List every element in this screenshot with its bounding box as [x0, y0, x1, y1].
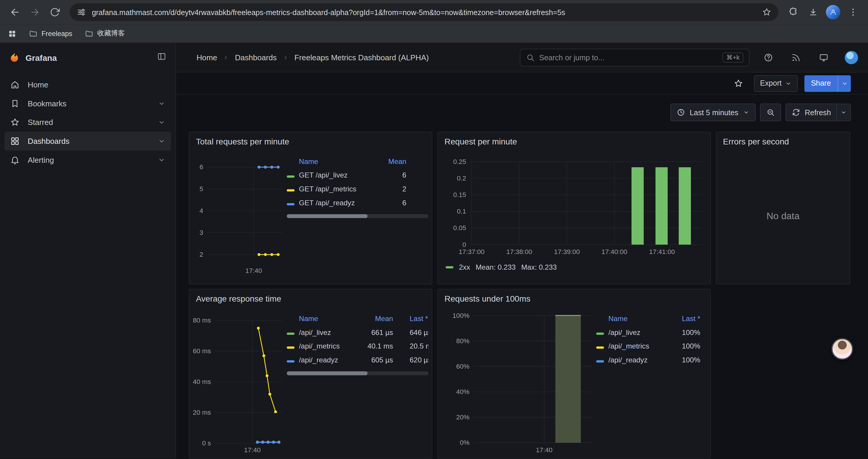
refresh-label: Refresh [805, 108, 831, 117]
rss-icon [791, 53, 801, 63]
average-response-chart[interactable]: 80 ms60 ms40 ms20 ms0 s17:40 [193, 306, 287, 459]
dashboard-actions: Export Share [176, 72, 868, 95]
panel-total-requests: Total requests per minute 6543217:40 Nam… [189, 132, 432, 285]
series-color-dash [596, 333, 604, 335]
legend-row[interactable]: GET /api/_readyz 6 [287, 196, 429, 210]
svg-text:0.15: 0.15 [453, 191, 466, 198]
sidebar-item-alerting[interactable]: Alerting [4, 151, 171, 169]
legend-row[interactable]: /api/_metrics 100% [596, 339, 705, 353]
svg-text:60%: 60% [456, 363, 469, 370]
legend-col-mean[interactable]: Mean [373, 157, 406, 165]
svg-text:0 s: 0 s [202, 439, 211, 447]
floating-assistant-avatar[interactable] [831, 338, 853, 360]
svg-text:0%: 0% [460, 439, 469, 446]
user-menu-button[interactable] [843, 49, 860, 66]
url-text: grafana.mathmast.com/d/deytv4rwavabkb/fr… [92, 8, 756, 16]
chevron-right-icon [282, 54, 289, 61]
help-button[interactable] [760, 49, 777, 66]
refresh-split-button: Refresh [785, 103, 851, 121]
svg-text:0.1: 0.1 [457, 208, 466, 215]
sidebar-item-home[interactable]: Home [4, 75, 171, 94]
series-name: 2xx [459, 263, 470, 271]
downloads-button[interactable] [804, 3, 823, 22]
svg-text:17:40: 17:40 [244, 446, 260, 454]
search-shortcut: ⌘+k [722, 53, 743, 63]
profile-button[interactable] [824, 3, 843, 22]
back-button[interactable] [6, 3, 25, 22]
address-bar[interactable]: grafana.mathmast.com/d/deytv4rwavabkb/fr… [70, 3, 778, 21]
legend-scrollbar[interactable] [287, 214, 429, 218]
news-button[interactable] [787, 49, 805, 66]
bookmark-star-icon[interactable] [762, 7, 772, 17]
zoom-out-button[interactable] [760, 103, 781, 121]
reload-button[interactable] [45, 3, 64, 22]
breadcrumb: Home Dashboards Freeleaps Metrics Dashbo… [196, 53, 429, 62]
legend-row[interactable]: GET /api/_livez 6 [287, 168, 429, 182]
svg-text:3: 3 [199, 229, 203, 236]
share-button[interactable]: Share [804, 75, 837, 92]
kebab-menu-icon [848, 7, 858, 17]
svg-text:80 ms: 80 ms [193, 317, 211, 324]
series-max: Max: 0.233 [521, 263, 557, 271]
scrollbar-thumb[interactable] [287, 214, 368, 218]
breadcrumb-current: Freeleaps Metrics Dashboard (ALPHA) [294, 53, 429, 62]
svg-text:20 ms: 20 ms [193, 409, 211, 416]
series-name: /api/_metrics [608, 342, 667, 350]
breadcrumb-home[interactable]: Home [196, 53, 217, 62]
legend-scrollbar[interactable] [287, 371, 429, 375]
browser-menu-button[interactable] [844, 3, 863, 22]
time-range-picker[interactable]: Last 5 minutes [670, 103, 755, 121]
legend-row[interactable]: GET /api/_metrics 2 [287, 182, 429, 196]
bookmark-blog-favorites[interactable]: 收藏博客 [85, 29, 125, 38]
grafana-header: Home Dashboards Freeleaps Metrics Dashbo… [176, 43, 868, 72]
screen: grafana.mathmast.com/d/deytv4rwavabkb/fr… [0, 0, 868, 459]
sidebar-item-bookmarks[interactable]: Bookmarks [4, 94, 171, 113]
time-range-label: Last 5 minutes [690, 108, 739, 117]
sidebar-item-dashboards[interactable]: Dashboards [4, 132, 171, 151]
share-label: Share [811, 79, 831, 88]
forward-icon [29, 6, 40, 18]
panel-title[interactable]: Average response time [189, 290, 432, 306]
panel-title[interactable]: Errors per second [716, 132, 850, 149]
export-button[interactable]: Export [754, 75, 798, 92]
refresh-button[interactable]: Refresh [785, 103, 837, 121]
apps-grid-icon[interactable] [8, 29, 17, 38]
legend-row[interactable]: /api/_readyz 605 µs 620 µs [287, 353, 429, 367]
legend-row[interactable]: /api/_livez 100% [596, 326, 705, 339]
grafana-logo-icon [9, 52, 20, 63]
series-name: /api/_livez [608, 328, 667, 336]
legend-line[interactable]: 2xx Mean: 0.233 Max: 0.233 [441, 260, 707, 271]
legend-col-last[interactable]: Last * [393, 314, 428, 323]
bookmark-freeleaps[interactable]: Freeleaps [29, 29, 72, 38]
legend-row[interactable]: /api/_livez 661 µs 646 µs [287, 326, 429, 339]
sidebar-collapse-button[interactable] [157, 52, 167, 64]
extensions-button[interactable] [784, 3, 803, 22]
legend-col-name[interactable]: Name [608, 314, 667, 323]
refresh-interval-button[interactable] [837, 103, 851, 121]
forward-button[interactable] [25, 3, 44, 22]
total-requests-chart[interactable]: 6543217:40 [193, 149, 287, 277]
panel-toggle-icon [157, 52, 167, 61]
legend-col-mean[interactable]: Mean [364, 314, 393, 323]
legend-col-name[interactable]: Name [299, 157, 373, 165]
display-button[interactable] [815, 49, 833, 66]
sidebar-item-starred[interactable]: Starred [4, 113, 171, 132]
share-menu-button[interactable] [838, 75, 851, 92]
legend-col-name[interactable]: Name [299, 314, 364, 323]
panel-title[interactable]: Requests under 100ms [438, 290, 710, 306]
legend-row[interactable]: /api/_readyz 100% [596, 353, 705, 367]
legend-row[interactable]: /api/_metrics 40.1 ms 20.5 ms [287, 339, 429, 353]
series-color-dash [287, 189, 294, 191]
legend-col-last[interactable]: Last * [667, 314, 700, 323]
breadcrumb-dashboards[interactable]: Dashboards [235, 53, 277, 62]
panel-body: 0.250.20.150.10.05017:37:0017:38:0017:39… [438, 149, 710, 284]
search-input[interactable]: Search or jump to... ⌘+k [520, 49, 749, 66]
favorite-dashboard-button[interactable] [730, 74, 747, 92]
chevron-down-icon [841, 80, 848, 87]
sidebar-nav: Home Bookmarks Starred Dashboards [0, 72, 176, 173]
scrollbar-thumb[interactable] [287, 371, 368, 375]
panel-title[interactable]: Total requests per minute [189, 132, 432, 149]
under-100ms-chart[interactable]: 100%80%60%40%20%0%17:40 [441, 306, 596, 459]
request-per-minute-chart[interactable]: 0.250.20.150.10.05017:37:0017:38:0017:39… [441, 149, 707, 260]
panel-title[interactable]: Request per minute [438, 132, 710, 149]
